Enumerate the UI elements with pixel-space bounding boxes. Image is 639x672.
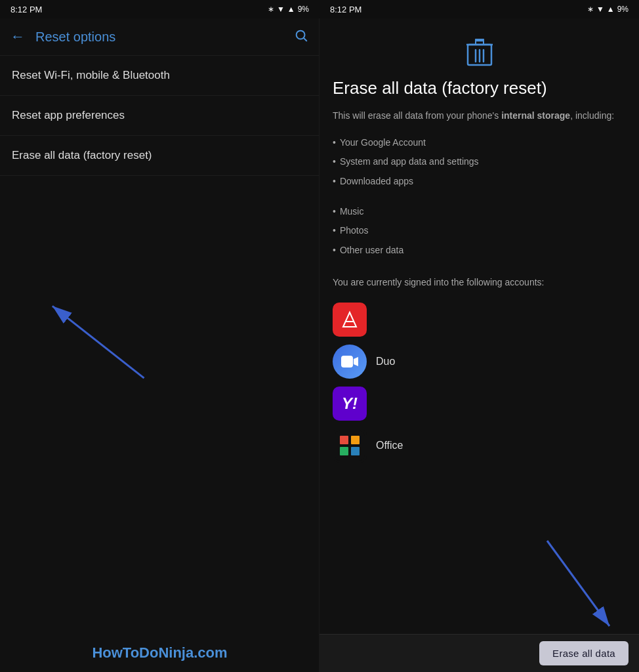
left-battery: 9% [298,5,309,14]
menu-item-factory-reset-label: Erase all data (factory reset) [12,149,152,162]
svg-line-1 [304,38,306,41]
account-item-adobe [333,303,626,337]
back-button[interactable]: ← [10,30,25,44]
account-item-duo: Duo [333,345,626,379]
erase-list-item-system: System and app data and settings [333,152,626,172]
signal-icon: ▲ [287,5,295,14]
menu-item-wifi-label: Reset Wi-Fi, mobile & Bluetooth [12,69,170,82]
arrow-annotation-left [0,176,319,672]
right-status-bar: 8:12 PM ∗ ▼ ▲ 9% [320,0,639,18]
account-item-office: Office [333,429,626,463]
right-status-icons: ∗ ▼ ▲ 9% [587,5,629,14]
menu-item-wifi[interactable]: Reset Wi-Fi, mobile & Bluetooth [0,55,319,96]
erase-list-1: Your Google Account System and app data … [333,133,626,192]
erase-list-item-apps: Downloaded apps [333,172,626,192]
yahoo-icon: Y! [333,387,367,421]
right-bluetooth-icon: ∗ [587,5,594,14]
right-battery: 9% [617,5,629,14]
duo-icon [333,345,367,379]
desc-prefix: This will erase all data from your phone… [333,110,501,121]
office-icon [333,429,367,463]
erase-all-data-button[interactable]: Erase all data [539,641,629,665]
svg-rect-17 [340,436,348,444]
yahoo-symbol: Y! [342,394,358,413]
office-label: Office [376,440,403,452]
status-bars-row: 8:12 PM ∗ ▼ ▲ 9% 8:12 PM ∗ ▼ ▲ 9% [0,0,639,18]
svg-line-3 [52,306,144,378]
left-status-icons: ∗ ▼ ▲ 9% [268,5,309,14]
svg-rect-16 [335,430,365,461]
right-wifi-icon: ▼ [596,5,604,14]
bottom-bar: Erase all data [320,634,639,672]
svg-marker-15 [354,357,358,366]
erase-list-item-google: Your Google Account [333,133,626,153]
svg-marker-12 [343,312,356,327]
erase-list-item-photos: Photos [333,221,626,241]
erase-list-item-userdata: Other user data [333,241,626,261]
trash-icon [466,38,493,67]
right-status-time: 8:12 PM [330,5,361,14]
svg-rect-18 [351,436,360,444]
left-status-time: 8:12 PM [10,5,42,14]
svg-rect-19 [340,447,348,455]
main-content: ← Reset options Reset Wi-Fi, mobile & Bl… [0,18,639,672]
wifi-icon: ▼ [277,5,285,14]
desc-suffix: , including: [570,110,614,121]
bluetooth-icon: ∗ [268,5,274,14]
right-panel: Erase all data (factory reset) This will… [320,18,639,672]
trash-icon-container [333,38,626,67]
desc-bold: internal storage [501,110,570,121]
adobe-icon [333,303,367,337]
erase-list-2: Music Photos Other user data [333,202,626,261]
annotation-area [0,176,319,672]
account-item-yahoo: Y! [333,387,626,421]
search-button[interactable] [294,28,308,46]
left-panel: ← Reset options Reset Wi-Fi, mobile & Bl… [0,18,320,672]
accounts-list: Duo Y! [333,303,626,463]
duo-label: Duo [376,356,395,368]
erase-title: Erase all data (factory reset) [333,77,626,100]
left-status-bar: 8:12 PM ∗ ▼ ▲ 9% [0,0,320,18]
svg-rect-14 [341,356,353,368]
menu-item-app-prefs-label: Reset app preferences [12,109,125,122]
right-signal-icon: ▲ [607,5,615,14]
erase-list-item-music: Music [333,202,626,222]
toolbar: ← Reset options [0,18,319,55]
menu-item-factory-reset[interactable]: Erase all data (factory reset) [0,136,319,176]
toolbar-title: Reset options [35,30,294,45]
erase-description: This will erase all data from your phone… [333,109,626,123]
menu-item-app-prefs[interactable]: Reset app preferences [0,96,319,136]
svg-rect-20 [351,447,360,455]
menu-items: Reset Wi-Fi, mobile & Bluetooth Reset ap… [0,55,319,672]
signed-in-text: You are currently signed into the follow… [333,276,626,289]
right-content: Erase all data (factory reset) This will… [320,18,639,634]
